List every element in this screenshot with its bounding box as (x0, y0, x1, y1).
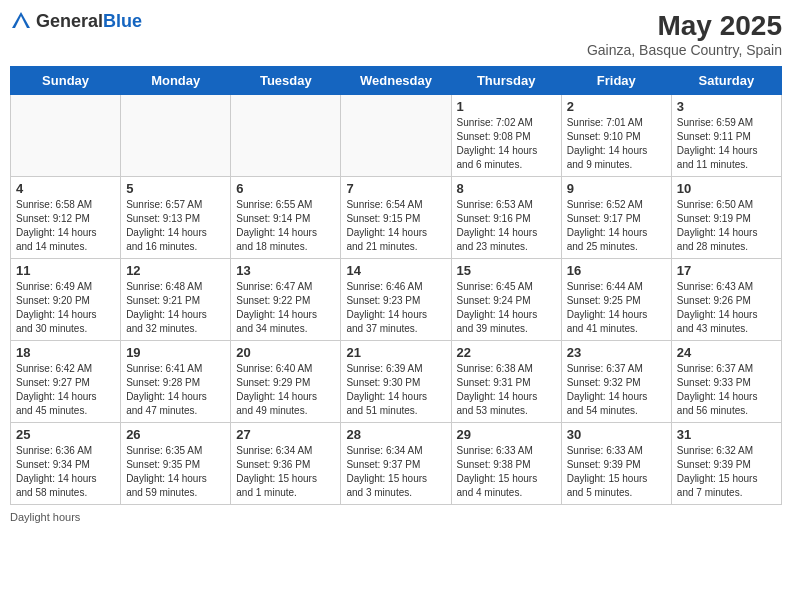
calendar-cell: 14Sunrise: 6:46 AM Sunset: 9:23 PM Dayli… (341, 259, 451, 341)
calendar-cell: 9Sunrise: 6:52 AM Sunset: 9:17 PM Daylig… (561, 177, 671, 259)
logo-icon (10, 10, 32, 32)
day-info: Sunrise: 6:42 AM Sunset: 9:27 PM Dayligh… (16, 362, 115, 418)
calendar-cell: 28Sunrise: 6:34 AM Sunset: 9:37 PM Dayli… (341, 423, 451, 505)
calendar-subtitle: Gainza, Basque Country, Spain (587, 42, 782, 58)
calendar-cell: 1Sunrise: 7:02 AM Sunset: 9:08 PM Daylig… (451, 95, 561, 177)
day-info: Sunrise: 6:57 AM Sunset: 9:13 PM Dayligh… (126, 198, 225, 254)
logo: GeneralBlue (10, 10, 142, 32)
day-info: Sunrise: 6:35 AM Sunset: 9:35 PM Dayligh… (126, 444, 225, 500)
calendar-cell: 31Sunrise: 6:32 AM Sunset: 9:39 PM Dayli… (671, 423, 781, 505)
day-number: 28 (346, 427, 445, 442)
day-number: 8 (457, 181, 556, 196)
day-info: Sunrise: 6:36 AM Sunset: 9:34 PM Dayligh… (16, 444, 115, 500)
day-info: Sunrise: 6:55 AM Sunset: 9:14 PM Dayligh… (236, 198, 335, 254)
calendar-cell: 7Sunrise: 6:54 AM Sunset: 9:15 PM Daylig… (341, 177, 451, 259)
calendar-cell: 25Sunrise: 6:36 AM Sunset: 9:34 PM Dayli… (11, 423, 121, 505)
day-info: Sunrise: 6:53 AM Sunset: 9:16 PM Dayligh… (457, 198, 556, 254)
calendar-cell: 22Sunrise: 6:38 AM Sunset: 9:31 PM Dayli… (451, 341, 561, 423)
logo-text: GeneralBlue (36, 11, 142, 32)
footer-text: Daylight hours (10, 511, 80, 523)
calendar-cell: 13Sunrise: 6:47 AM Sunset: 9:22 PM Dayli… (231, 259, 341, 341)
logo-blue: Blue (103, 11, 142, 31)
calendar-cell: 30Sunrise: 6:33 AM Sunset: 9:39 PM Dayli… (561, 423, 671, 505)
day-info: Sunrise: 6:43 AM Sunset: 9:26 PM Dayligh… (677, 280, 776, 336)
footer-note: Daylight hours (10, 511, 782, 523)
calendar-title: May 2025 (587, 10, 782, 42)
calendar-cell: 2Sunrise: 7:01 AM Sunset: 9:10 PM Daylig… (561, 95, 671, 177)
day-info: Sunrise: 6:59 AM Sunset: 9:11 PM Dayligh… (677, 116, 776, 172)
day-info: Sunrise: 6:45 AM Sunset: 9:24 PM Dayligh… (457, 280, 556, 336)
day-number: 23 (567, 345, 666, 360)
day-header-monday: Monday (121, 67, 231, 95)
day-number: 20 (236, 345, 335, 360)
day-number: 2 (567, 99, 666, 114)
day-info: Sunrise: 7:02 AM Sunset: 9:08 PM Dayligh… (457, 116, 556, 172)
week-row-2: 4Sunrise: 6:58 AM Sunset: 9:12 PM Daylig… (11, 177, 782, 259)
day-number: 17 (677, 263, 776, 278)
calendar-cell (11, 95, 121, 177)
calendar-cell: 3Sunrise: 6:59 AM Sunset: 9:11 PM Daylig… (671, 95, 781, 177)
day-header-thursday: Thursday (451, 67, 561, 95)
day-number: 24 (677, 345, 776, 360)
week-row-5: 25Sunrise: 6:36 AM Sunset: 9:34 PM Dayli… (11, 423, 782, 505)
day-info: Sunrise: 6:48 AM Sunset: 9:21 PM Dayligh… (126, 280, 225, 336)
day-number: 9 (567, 181, 666, 196)
calendar-cell (121, 95, 231, 177)
day-number: 3 (677, 99, 776, 114)
day-info: Sunrise: 6:37 AM Sunset: 9:33 PM Dayligh… (677, 362, 776, 418)
day-header-wednesday: Wednesday (341, 67, 451, 95)
day-number: 5 (126, 181, 225, 196)
day-info: Sunrise: 6:40 AM Sunset: 9:29 PM Dayligh… (236, 362, 335, 418)
day-number: 25 (16, 427, 115, 442)
day-number: 1 (457, 99, 556, 114)
calendar-cell: 17Sunrise: 6:43 AM Sunset: 9:26 PM Dayli… (671, 259, 781, 341)
day-info: Sunrise: 6:50 AM Sunset: 9:19 PM Dayligh… (677, 198, 776, 254)
day-info: Sunrise: 6:52 AM Sunset: 9:17 PM Dayligh… (567, 198, 666, 254)
calendar-cell: 11Sunrise: 6:49 AM Sunset: 9:20 PM Dayli… (11, 259, 121, 341)
day-info: Sunrise: 6:39 AM Sunset: 9:30 PM Dayligh… (346, 362, 445, 418)
day-number: 19 (126, 345, 225, 360)
day-header-sunday: Sunday (11, 67, 121, 95)
week-row-4: 18Sunrise: 6:42 AM Sunset: 9:27 PM Dayli… (11, 341, 782, 423)
day-info: Sunrise: 7:01 AM Sunset: 9:10 PM Dayligh… (567, 116, 666, 172)
week-row-1: 1Sunrise: 7:02 AM Sunset: 9:08 PM Daylig… (11, 95, 782, 177)
calendar-cell: 26Sunrise: 6:35 AM Sunset: 9:35 PM Dayli… (121, 423, 231, 505)
day-number: 22 (457, 345, 556, 360)
calendar-table: SundayMondayTuesdayWednesdayThursdayFrid… (10, 66, 782, 505)
calendar-cell: 18Sunrise: 6:42 AM Sunset: 9:27 PM Dayli… (11, 341, 121, 423)
day-info: Sunrise: 6:32 AM Sunset: 9:39 PM Dayligh… (677, 444, 776, 500)
header: GeneralBlue May 2025 Gainza, Basque Coun… (10, 10, 782, 58)
day-number: 16 (567, 263, 666, 278)
day-number: 18 (16, 345, 115, 360)
calendar-cell: 16Sunrise: 6:44 AM Sunset: 9:25 PM Dayli… (561, 259, 671, 341)
day-info: Sunrise: 6:44 AM Sunset: 9:25 PM Dayligh… (567, 280, 666, 336)
day-info: Sunrise: 6:37 AM Sunset: 9:32 PM Dayligh… (567, 362, 666, 418)
day-number: 13 (236, 263, 335, 278)
calendar-cell: 6Sunrise: 6:55 AM Sunset: 9:14 PM Daylig… (231, 177, 341, 259)
calendar-cell: 23Sunrise: 6:37 AM Sunset: 9:32 PM Dayli… (561, 341, 671, 423)
day-number: 6 (236, 181, 335, 196)
calendar-cell: 27Sunrise: 6:34 AM Sunset: 9:36 PM Dayli… (231, 423, 341, 505)
calendar-cell: 24Sunrise: 6:37 AM Sunset: 9:33 PM Dayli… (671, 341, 781, 423)
calendar-cell: 19Sunrise: 6:41 AM Sunset: 9:28 PM Dayli… (121, 341, 231, 423)
day-number: 31 (677, 427, 776, 442)
calendar-cell: 5Sunrise: 6:57 AM Sunset: 9:13 PM Daylig… (121, 177, 231, 259)
title-area: May 2025 Gainza, Basque Country, Spain (587, 10, 782, 58)
day-info: Sunrise: 6:41 AM Sunset: 9:28 PM Dayligh… (126, 362, 225, 418)
calendar-cell: 21Sunrise: 6:39 AM Sunset: 9:30 PM Dayli… (341, 341, 451, 423)
calendar-cell: 20Sunrise: 6:40 AM Sunset: 9:29 PM Dayli… (231, 341, 341, 423)
calendar-cell: 29Sunrise: 6:33 AM Sunset: 9:38 PM Dayli… (451, 423, 561, 505)
day-number: 10 (677, 181, 776, 196)
day-number: 15 (457, 263, 556, 278)
calendar-cell: 12Sunrise: 6:48 AM Sunset: 9:21 PM Dayli… (121, 259, 231, 341)
day-header-saturday: Saturday (671, 67, 781, 95)
day-info: Sunrise: 6:54 AM Sunset: 9:15 PM Dayligh… (346, 198, 445, 254)
week-row-3: 11Sunrise: 6:49 AM Sunset: 9:20 PM Dayli… (11, 259, 782, 341)
logo-general: General (36, 11, 103, 31)
day-info: Sunrise: 6:47 AM Sunset: 9:22 PM Dayligh… (236, 280, 335, 336)
day-number: 21 (346, 345, 445, 360)
day-info: Sunrise: 6:46 AM Sunset: 9:23 PM Dayligh… (346, 280, 445, 336)
day-number: 11 (16, 263, 115, 278)
day-number: 14 (346, 263, 445, 278)
day-info: Sunrise: 6:38 AM Sunset: 9:31 PM Dayligh… (457, 362, 556, 418)
